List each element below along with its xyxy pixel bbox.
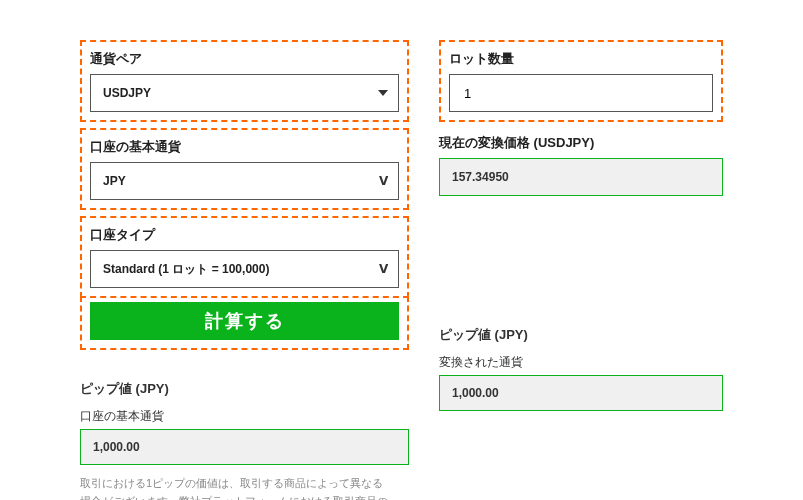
conversion-rate-value: 157.34950 [452, 170, 509, 184]
lots-input[interactable] [462, 85, 700, 102]
base-currency-group: 口座の基本通貨 JPY 𝗩 [80, 128, 409, 210]
account-type-label: 口座タイプ [90, 226, 399, 244]
result-right: ピップ値 (JPY) 変換された通貨 1,000.00 [439, 326, 723, 411]
lots-label: ロット数量 [449, 50, 713, 68]
base-currency-value: JPY [103, 174, 126, 188]
currency-pair-group: 通貨ペア USDJPY [80, 40, 409, 122]
currency-pair-label: 通貨ペア [90, 50, 399, 68]
lots-input-wrap [449, 74, 713, 112]
result-left-value: 1,000.00 [93, 440, 140, 454]
currency-pair-value: USDJPY [103, 86, 151, 100]
result-left-title: ピップ値 (JPY) [80, 380, 409, 398]
result-right-value: 1,000.00 [452, 386, 499, 400]
chevron-down-icon [378, 90, 388, 96]
form-columns: 通貨ペア USDJPY 口座の基本通貨 JPY 𝗩 口座タイプ Standard… [80, 40, 723, 500]
pip-calculator-form: { "left": { "pair": { "label": "通貨ペア", "… [0, 0, 803, 500]
base-currency-select[interactable]: JPY 𝗩 [90, 162, 399, 200]
account-type-select[interactable]: Standard (1 ロット = 100,000) 𝗩 [90, 250, 399, 288]
left-column: 通貨ペア USDJPY 口座の基本通貨 JPY 𝗩 口座タイプ Standard… [80, 40, 409, 500]
conversion-rate-label: 現在の変換価格 (USDJPY) [439, 134, 723, 152]
calculate-button[interactable]: 計算する [90, 302, 399, 340]
result-left-box: 1,000.00 [80, 429, 409, 465]
lots-group: ロット数量 [439, 40, 723, 122]
result-right-sub: 変換された通貨 [439, 354, 723, 371]
result-left-sub: 口座の基本通貨 [80, 408, 409, 425]
right-column: ロット数量 現在の変換価格 (USDJPY) 157.34950 ピップ値 (J… [439, 40, 723, 500]
account-type-value: Standard (1 ロット = 100,000) [103, 261, 269, 278]
currency-pair-select[interactable]: USDJPY [90, 74, 399, 112]
result-right-title: ピップ値 (JPY) [439, 326, 723, 344]
chevron-down-icon: 𝗩 [379, 262, 388, 276]
chevron-down-icon: 𝗩 [379, 174, 388, 188]
conversion-rate-box: 157.34950 [439, 158, 723, 196]
submit-group: 計算する [80, 296, 409, 350]
conversion-rate-group: 現在の変換価格 (USDJPY) 157.34950 [439, 128, 723, 196]
account-type-group: 口座タイプ Standard (1 ロット = 100,000) 𝗩 [80, 216, 409, 298]
footnote: 取引における1ピップの価値は、取引する商品によって異なる場合がございます。弊社プ… [80, 475, 390, 500]
result-left: ピップ値 (JPY) 口座の基本通貨 1,000.00 取引における1ピップの価… [80, 380, 409, 500]
base-currency-label: 口座の基本通貨 [90, 138, 399, 156]
result-right-box: 1,000.00 [439, 375, 723, 411]
